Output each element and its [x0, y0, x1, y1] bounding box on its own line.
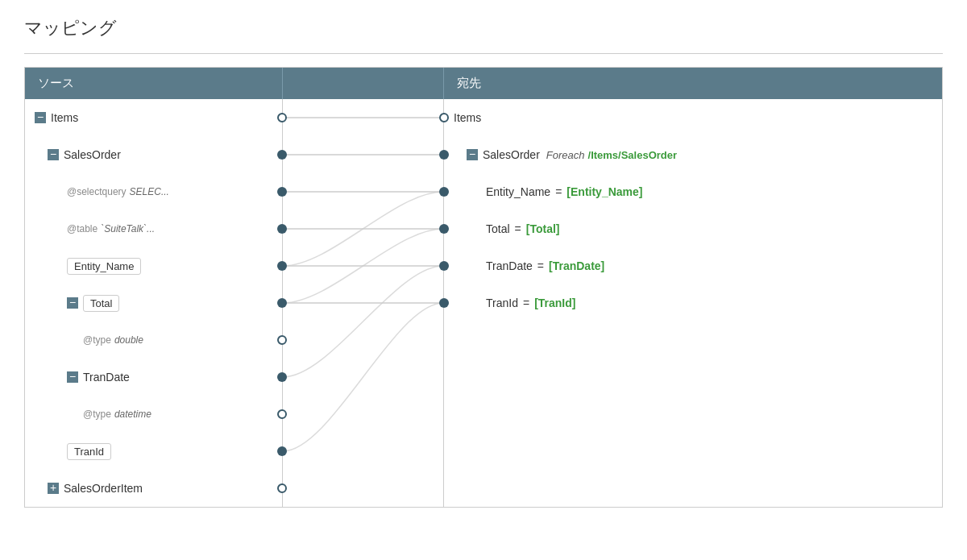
dest-row-tranid: TranId = [TranId]: [444, 284, 942, 321]
dot-type-datetime: [277, 409, 287, 419]
page-title: マッピング: [24, 16, 943, 40]
items-label: Items: [51, 111, 78, 124]
dot-total: [277, 298, 287, 308]
dest-total-value: [Total]: [526, 222, 560, 235]
dest-dot-entity-name: [439, 187, 449, 197]
type-datetime-value: datetime: [114, 409, 151, 420]
page-container: マッピング ソース 宛先 − Items − SalesOrder: [0, 0, 967, 524]
dest-row-items: Items: [444, 99, 942, 136]
dest-dot-salesorder: [439, 150, 449, 160]
dest-total-eq: =: [515, 222, 521, 235]
source-row-items: − Items: [25, 99, 282, 136]
entity-name-label: Entity_Name: [67, 258, 141, 275]
source-row-type-double: @type double: [25, 321, 282, 359]
dest-dot-items: [439, 113, 449, 122]
source-row-entity-name: Entity_Name: [25, 247, 282, 284]
toggle-total[interactable]: −: [67, 297, 78, 309]
source-row-trandate: − TranDate: [25, 359, 282, 396]
dest-items-label: Items: [454, 111, 481, 124]
dest-dot-tranid: [439, 298, 449, 308]
toggle-salesorder[interactable]: −: [48, 149, 59, 160]
dest-row-trandate: TranDate = [TranDate]: [444, 247, 942, 284]
type-double-value: double: [114, 334, 143, 346]
tranid-label: TranId: [67, 443, 111, 460]
foreach-label: Foreach: [546, 149, 585, 161]
header-middle: [283, 68, 444, 99]
source-row-total: − Total: [25, 284, 282, 321]
dest-tranid-eq: =: [523, 297, 529, 309]
connector-curves: [283, 99, 443, 507]
dest-column: Items − SalesOrder Foreach /Items/SalesO…: [444, 99, 942, 507]
dest-entity-eq: =: [555, 185, 562, 198]
selectquery-value: SELEC...: [130, 186, 169, 197]
salesorderitem-label: SalesOrderItem: [64, 482, 143, 495]
dot-trandate: [277, 372, 287, 382]
dest-tranid-value: [TranId]: [534, 297, 575, 309]
salesorder-label: SalesOrder: [64, 148, 121, 161]
divider: [24, 53, 943, 54]
dot-tranid: [277, 446, 287, 456]
dest-dot-trandate: [439, 261, 449, 271]
source-row-salesorder: − SalesOrder: [25, 136, 282, 173]
selectquery-attr: @selectquery: [67, 186, 127, 197]
toggle-salesorderitem[interactable]: +: [48, 483, 59, 494]
source-row-salesorderitem: + SalesOrderItem: [25, 470, 282, 507]
trandate-label: TranDate: [83, 371, 130, 384]
dot-type-double: [277, 335, 287, 345]
source-row-type-datetime: @type datetime: [25, 396, 282, 433]
dot-table: [277, 224, 287, 234]
dot-items: [277, 113, 287, 122]
source-row-tranid: TranId: [25, 433, 282, 470]
dest-row-entity-name: Entity_Name = [Entity_Name]: [444, 173, 942, 210]
dot-salesorder: [277, 150, 287, 160]
mapping-table: ソース 宛先 − Items − SalesOrder: [24, 67, 943, 508]
source-column: − Items − SalesOrder @selectquery SELEC.…: [25, 99, 283, 507]
mapping-body: − Items − SalesOrder @selectquery SELEC.…: [25, 99, 942, 507]
dest-tranid-label: TranId: [486, 297, 518, 309]
dest-entity-name-label: Entity_Name: [486, 185, 550, 198]
mapping-header: ソース 宛先: [25, 68, 942, 99]
dest-dot-total: [439, 224, 449, 234]
table-attr: @table: [67, 223, 98, 234]
source-row-selectquery: @selectquery SELEC...: [25, 173, 282, 210]
total-label: Total: [83, 295, 119, 312]
dest-total-label: Total: [486, 222, 510, 235]
header-dest: 宛先: [444, 68, 942, 99]
dot-entity-name: [277, 261, 287, 271]
table-value: `SuiteTalk`...: [101, 223, 155, 234]
dot-selectquery: [277, 187, 287, 197]
dest-trandate-value: [TranDate]: [549, 259, 604, 272]
source-row-table: @table `SuiteTalk`...: [25, 210, 282, 247]
dest-row-total: Total = [Total]: [444, 210, 942, 247]
foreach-path: /Items/SalesOrder: [588, 149, 678, 161]
dest-trandate-label: TranDate: [486, 259, 533, 272]
dest-toggle-salesorder[interactable]: −: [467, 149, 478, 160]
dot-salesorderitem: [277, 483, 287, 493]
middle-column: [283, 99, 444, 507]
header-source: ソース: [25, 68, 283, 99]
toggle-trandate[interactable]: −: [67, 371, 78, 383]
dest-row-salesorder: − SalesOrder Foreach /Items/SalesOrder: [444, 136, 942, 173]
dest-trandate-eq: =: [537, 259, 544, 272]
dest-entity-value: [Entity_Name]: [567, 185, 642, 198]
dest-salesorder-label: SalesOrder: [483, 148, 540, 161]
toggle-items[interactable]: −: [35, 112, 46, 123]
type-datetime-attr: @type: [83, 409, 111, 420]
type-double-attr: @type: [83, 334, 111, 346]
